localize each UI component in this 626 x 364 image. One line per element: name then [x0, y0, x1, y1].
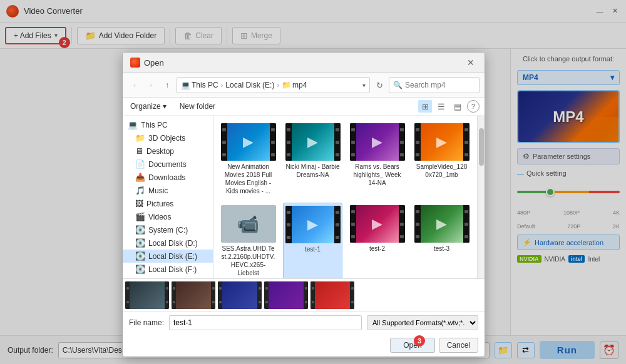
- list-item[interactable]: ▶ test-2: [347, 203, 407, 278]
- list-item[interactable]: ▶ test-3: [412, 203, 471, 278]
- mini-film-hole: [259, 301, 261, 303]
- file-thumbnail: 📹: [221, 205, 276, 243]
- mini-film-left: [264, 281, 269, 309]
- mini-thumb[interactable]: [310, 281, 354, 309]
- list-item[interactable]: 📹 SES.Astra.UHD.Test.2.2160p.UHDTV.HEVC.…: [218, 203, 278, 278]
- film-hole: [351, 153, 355, 156]
- film-hole: [336, 153, 339, 156]
- mini-thumb[interactable]: [172, 281, 215, 309]
- sidebar-item-desktop[interactable]: 🖥 Desktop: [123, 144, 213, 158]
- film-hole: [222, 128, 226, 131]
- file-thumbnail: ▶: [221, 123, 276, 161]
- view-grid-button[interactable]: ⊞: [418, 100, 432, 113]
- open-button-badge: 3: [414, 335, 425, 346]
- search-input[interactable]: [405, 81, 475, 89]
- sidebar-item-diske[interactable]: 💽 Local Disk (E:): [123, 250, 213, 263]
- mini-thumb[interactable]: [264, 281, 308, 309]
- scrollbar[interactable]: [477, 116, 485, 278]
- file-name: test-2: [369, 245, 385, 253]
- sidebar-item-music[interactable]: 🎵 Music: [123, 184, 213, 197]
- pc-icon: 💻: [128, 120, 138, 129]
- sidebar-item-pictures[interactable]: 🖼 Pictures: [123, 197, 213, 210]
- list-item[interactable]: ▶ test-1: [283, 203, 342, 278]
- scroll-thumb[interactable]: [479, 128, 484, 166]
- film-hole: [351, 141, 355, 144]
- address-box[interactable]: 💻 This PC › Local Disk (E:) › 📁 mp4 ▾: [177, 77, 370, 93]
- thumb-content: ▶: [421, 205, 463, 243]
- dialog-cancel-button[interactable]: Cancel: [439, 338, 478, 353]
- mini-film-hole: [173, 287, 175, 290]
- sidebar-label-thispc: This PC: [141, 121, 168, 129]
- dialog-content: 💻 This PC 📁 3D Objects 🖥 Desktop 📄 Docum…: [123, 116, 485, 278]
- address-dropdown-arrow[interactable]: ▾: [362, 82, 366, 89]
- sidebar-item-systemc[interactable]: 💽 System (C:): [123, 223, 213, 236]
- nav-back-button[interactable]: ‹: [128, 78, 141, 92]
- dialog-open-button[interactable]: Open: [390, 338, 434, 353]
- film-hole: [400, 210, 404, 213]
- help-button[interactable]: ?: [467, 100, 480, 113]
- file-thumbnail: ▶: [414, 205, 470, 243]
- view-details-button[interactable]: ▤: [451, 100, 464, 113]
- list-item[interactable]: ▶ Nicki Minaj - Barbie Dreams-NA: [283, 121, 342, 198]
- sidebar-item-3dobjects[interactable]: 📁 3D Objects: [123, 131, 213, 144]
- mini-film-right: [211, 281, 215, 309]
- sidebar-label-downloads: Downloads: [148, 173, 185, 182]
- filename-input[interactable]: [169, 315, 362, 330]
- filetype-select[interactable]: All Supported Formats(*.wtv;*.: [367, 315, 478, 330]
- downloads-icon: 📥: [135, 173, 145, 182]
- mini-film-hole: [126, 301, 129, 303]
- new-folder-button[interactable]: New folder: [174, 100, 221, 113]
- mini-film-hole: [265, 287, 268, 290]
- film-strip-left: [350, 123, 356, 161]
- film-hole: [336, 211, 339, 214]
- film-strip-right: [463, 205, 470, 243]
- sidebar-item-diskd[interactable]: 💽 Local Disk (D:): [123, 236, 213, 250]
- file-area: ▶ New Animation Movies 2018 Full Movies …: [213, 116, 485, 278]
- film-hole: [336, 128, 339, 131]
- film-strip-left: [285, 206, 292, 243]
- sidebar-label-videos: Videos: [148, 213, 171, 221]
- film-hole: [287, 223, 290, 226]
- breadcrumb-disk-label: Local Disk (E:): [225, 81, 274, 89]
- sidebar-item-diskf[interactable]: 💽 Local Disk (F:): [123, 263, 213, 276]
- sidebar-item-downloads[interactable]: 📥 Downloads: [123, 171, 213, 184]
- mini-thumb[interactable]: [218, 281, 262, 309]
- nav-up-button[interactable]: ↑: [160, 78, 174, 92]
- sidebar-label-diskf: Local Disk (F:): [148, 265, 197, 274]
- film-hole: [416, 223, 419, 226]
- thumb-content: ▶: [292, 123, 334, 161]
- film-hole: [464, 128, 468, 131]
- dialog-app-icon: [130, 58, 140, 68]
- file-thumbnail: ▶: [285, 206, 341, 243]
- sidebar-label-desktop: Desktop: [146, 147, 174, 156]
- search-icon: 🔍: [393, 81, 403, 89]
- sidebar-item-documents[interactable]: 📄 Documents: [123, 158, 213, 171]
- film-hole: [222, 153, 226, 156]
- dialog-close-button[interactable]: ✕: [464, 56, 477, 69]
- file-name: New Animation Movies 2018 Full Movies En…: [221, 163, 275, 195]
- file-name: SampleVideo_1280x720_1mb: [414, 163, 469, 179]
- list-item[interactable]: ▶ SampleVideo_1280x720_1mb: [412, 121, 471, 198]
- mini-film-left: [125, 281, 130, 309]
- mini-thumb[interactable]: [125, 281, 169, 309]
- list-item[interactable]: ▶ New Animation Movies 2018 Full Movies …: [218, 121, 278, 198]
- film-hole: [336, 223, 339, 226]
- sidebar-item-thispc[interactable]: 💻 This PC: [123, 118, 213, 131]
- file-name: Nicki Minaj - Barbie Dreams-NA: [285, 163, 340, 179]
- play-icon: ▶: [372, 134, 382, 150]
- film-strip-left: [285, 123, 292, 161]
- mini-film-right: [304, 281, 308, 309]
- breadcrumb-mp4-label: mp4: [292, 81, 307, 89]
- refresh-button[interactable]: ↻: [372, 78, 386, 92]
- mini-film-hole: [351, 287, 354, 290]
- dialog-title: Open: [144, 58, 164, 68]
- nav-forward-button[interactable]: ›: [144, 78, 158, 92]
- list-item[interactable]: ▶ Rams vs. Bears highlights_ Week 14-NA: [347, 121, 407, 198]
- dialog-buttons-row: 3 Open Cancel: [123, 334, 485, 356]
- view-list-button[interactable]: ☰: [434, 100, 448, 113]
- sidebar-item-videos[interactable]: 🎬 Videos: [123, 210, 213, 223]
- mini-film-left: [310, 281, 315, 309]
- documents-icon: 📄: [135, 159, 145, 169]
- organize-button[interactable]: Organize ▾: [128, 101, 169, 112]
- dialog-titlebar: Open ✕: [123, 53, 485, 73]
